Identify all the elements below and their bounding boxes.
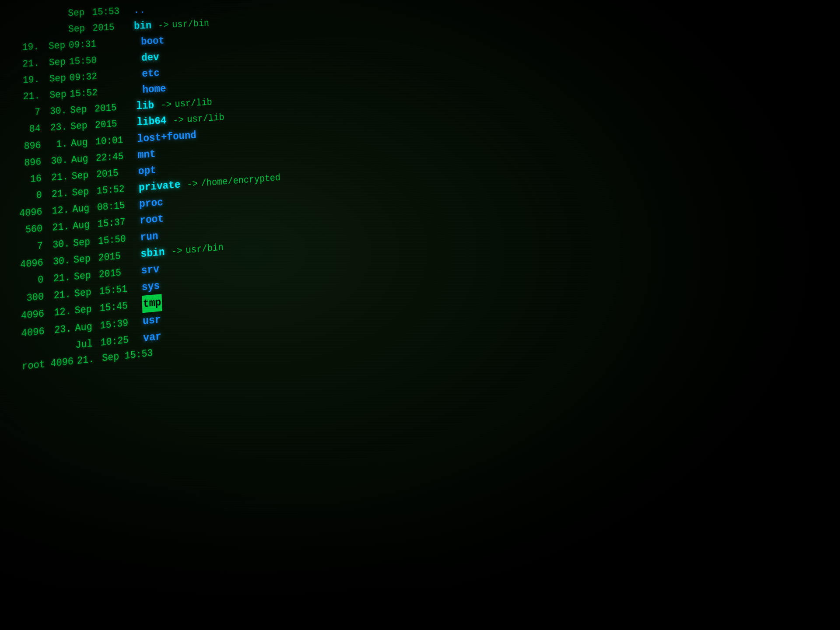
- fade-overlay: [0, 542, 840, 630]
- terminal-content: Sep 15:53 .. Sep 2015 bin -> usr/bin 19.…: [0, 0, 509, 399]
- terminal-screen: Sep 15:53 .. Sep 2015 bin -> usr/bin 19.…: [0, 0, 840, 630]
